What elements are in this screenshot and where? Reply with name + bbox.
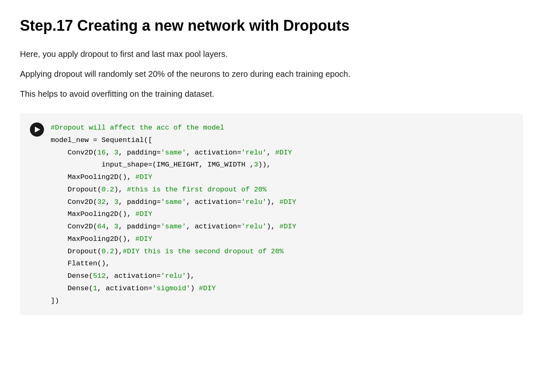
code-content: #Dropout will affect the acc of the mode…	[51, 122, 296, 307]
code-block: #Dropout will affect the acc of the mode…	[20, 113, 523, 315]
page-title: Step.17 Creating a new network with Drop…	[20, 17, 523, 34]
description-2: Applying dropout will randomly set 20% o…	[20, 68, 523, 80]
description-1: Here, you apply dropout to first and las…	[20, 48, 523, 60]
run-button[interactable]	[30, 122, 44, 137]
description-3: This helps to avoid overfitting on the t…	[20, 88, 523, 100]
